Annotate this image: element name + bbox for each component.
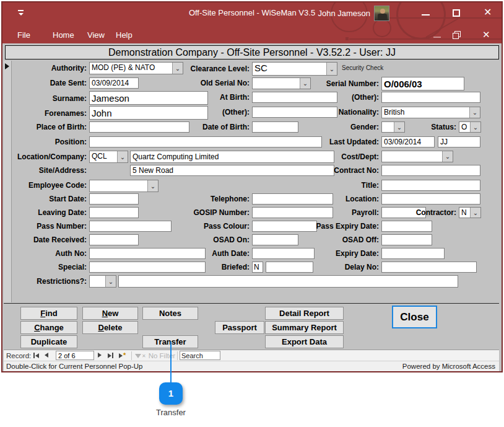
- circuit-pattern-decoration: [386, 17, 502, 19]
- notes-button[interactable]: Notes: [142, 307, 198, 320]
- clearance-level-combo[interactable]: SC ⌄: [252, 62, 337, 76]
- menu-help[interactable]: Help: [116, 30, 133, 40]
- last-updated-date-input[interactable]: [381, 136, 435, 147]
- surname-other-input[interactable]: [381, 92, 480, 103]
- gender-label: Gender:: [306, 123, 379, 131]
- location-field-input[interactable]: [381, 193, 480, 205]
- contractor-combo[interactable]: N ⌄: [459, 207, 481, 218]
- find-button[interactable]: Find: [20, 307, 77, 320]
- record-next-icon[interactable]: [98, 353, 102, 358]
- detail-report-button[interactable]: Detail Report: [265, 307, 344, 320]
- menu-view[interactable]: View: [87, 30, 105, 40]
- nationality-label: Nationality:: [306, 108, 379, 117]
- leaving-date-label: Leaving Date:: [3, 208, 87, 217]
- telephone-label: Telephone:: [175, 195, 250, 203]
- location-company-code-combo[interactable]: QCL ⌄: [89, 151, 128, 163]
- auth-date-input[interactable]: [252, 248, 315, 259]
- record-last-icon[interactable]: [108, 353, 113, 358]
- change-button[interactable]: Change: [20, 321, 77, 334]
- new-button[interactable]: New: [82, 307, 138, 320]
- employee-code-value: [90, 180, 147, 191]
- close-icon[interactable]: ✕: [484, 8, 492, 17]
- authority-label: Authority:: [3, 64, 87, 73]
- minimize-icon[interactable]: [422, 14, 430, 15]
- date-received-input[interactable]: [89, 234, 139, 245]
- location-company-name-input[interactable]: [130, 151, 334, 163]
- restrictions-combo[interactable]: ⌄: [89, 275, 116, 288]
- gender-value: [382, 122, 394, 132]
- position-input[interactable]: [89, 136, 322, 147]
- restrictions-text-input[interactable]: [118, 275, 458, 288]
- place-of-birth-input[interactable]: [89, 121, 189, 133]
- record-nav-separator: [131, 351, 132, 360]
- payroll-label: Payroll:: [306, 208, 379, 217]
- summary-report-button[interactable]: Summary Report: [265, 321, 344, 334]
- nationality-combo[interactable]: British ⌄: [381, 107, 480, 118]
- forenames-other-label: (Other):: [175, 108, 250, 117]
- status-bar-hint: Double-Click for Current Personnel Pop-U…: [6, 363, 143, 370]
- start-date-input[interactable]: [89, 193, 139, 205]
- child-close-icon[interactable]: ✕: [482, 30, 490, 39]
- last-updated-user-input[interactable]: [438, 136, 480, 147]
- security-check-note: Security Check: [342, 64, 383, 71]
- serial-number-input[interactable]: [381, 77, 464, 90]
- search-input[interactable]: [180, 351, 220, 360]
- form-title: Demonstration Company - Off-Site Personn…: [5, 45, 499, 59]
- record-first-icon[interactable]: [33, 353, 39, 358]
- date-sent-input[interactable]: [89, 77, 139, 89]
- export-data-button[interactable]: Export Data: [265, 335, 344, 348]
- expiry-date-input[interactable]: [381, 248, 445, 259]
- old-serial-no-label: Old Serial No:: [175, 79, 250, 87]
- record-new-icon[interactable]: *: [119, 353, 126, 358]
- no-filter-toggle[interactable]: ✕ No Filter: [135, 352, 175, 359]
- date-sent-label: Date Sent:: [3, 79, 87, 87]
- contract-no-input[interactable]: [381, 165, 480, 176]
- close-form-button[interactable]: Close: [392, 306, 437, 328]
- restore-icon[interactable]: [453, 31, 460, 38]
- osad-off-input[interactable]: [381, 234, 432, 245]
- window-title: Off-Site Personnel - WiSeMan V3.5: [0, 8, 504, 17]
- leaving-date-input[interactable]: [89, 207, 139, 218]
- pass-number-input[interactable]: [89, 221, 172, 232]
- record-position-box[interactable]: 2 of 6: [56, 351, 94, 360]
- employee-code-combo[interactable]: ⌄: [89, 180, 159, 192]
- record-prev-icon[interactable]: [45, 353, 48, 358]
- clearance-level-value: SC: [253, 63, 326, 75]
- chevron-down-icon: ⌄: [469, 107, 480, 118]
- duplicate-button[interactable]: Duplicate: [20, 335, 77, 348]
- menu-file[interactable]: File: [17, 30, 30, 40]
- auth-no-label: Auth No:: [3, 249, 87, 258]
- delete-button[interactable]: Delete: [82, 321, 138, 334]
- callout-number-badge: 1: [159, 382, 183, 405]
- site-address-input[interactable]: [130, 165, 334, 176]
- title-field-input[interactable]: [381, 180, 480, 191]
- briefed-label: Briefed:: [175, 263, 250, 271]
- osad-on-input[interactable]: [252, 234, 298, 245]
- contractor-value: N: [459, 208, 470, 218]
- gender-combo[interactable]: ⌄: [381, 121, 405, 133]
- status-value: O: [459, 122, 470, 132]
- date-of-birth-input[interactable]: [252, 121, 298, 133]
- status-label: Status:: [407, 123, 456, 131]
- at-birth-label: At Birth:: [175, 93, 250, 102]
- record-navigation-bar: Record: 2 of 6 * ✕ No Filter: [4, 350, 499, 361]
- cost-dept-combo[interactable]: ⌄: [381, 151, 453, 162]
- clearance-level-label: Clearance Level:: [175, 64, 250, 73]
- pass-expiry-date-input[interactable]: [381, 221, 432, 232]
- delay-no-input[interactable]: [381, 262, 477, 273]
- status-combo[interactable]: O ⌄: [459, 121, 481, 133]
- passport-button[interactable]: Passport: [215, 321, 264, 334]
- chevron-down-icon: ⌄: [470, 122, 480, 132]
- contractor-label: Contractor:: [407, 208, 456, 217]
- status-bar-branding: Powered by Microsoft Access: [402, 363, 495, 370]
- authority-combo[interactable]: MOD (PE) & NATO ⌄: [89, 62, 183, 74]
- old-serial-no-value: [253, 78, 300, 89]
- menu-home[interactable]: Home: [53, 30, 74, 40]
- pass-number-label: Pass Number:: [3, 222, 87, 231]
- form-footer-divider: [4, 303, 499, 304]
- maximize-icon[interactable]: [453, 9, 460, 17]
- child-minimize-icon[interactable]: [433, 37, 441, 38]
- briefed-input[interactable]: [252, 262, 263, 273]
- old-serial-no-combo[interactable]: ⌄: [252, 77, 311, 89]
- site-address-label: Site/Address:: [3, 166, 87, 175]
